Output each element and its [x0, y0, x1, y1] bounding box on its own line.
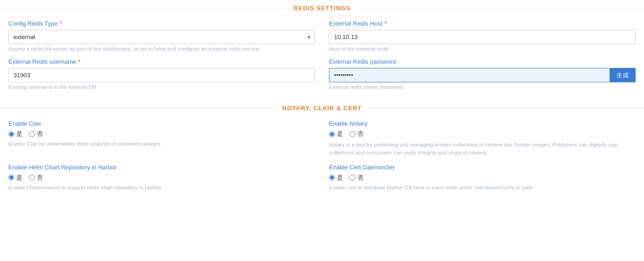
- enable-clair-yes-label[interactable]: 是: [8, 130, 22, 138]
- divider-line-right: [359, 8, 644, 8]
- external-redis-username-hint: Existing username in the external DB: [8, 84, 315, 90]
- enable-helm-chart-no-label[interactable]: 否: [29, 174, 43, 182]
- config-redis-type-select-wrapper[interactable]: external internal ▾: [8, 30, 315, 44]
- enable-notary-label: Enable Notary: [329, 120, 636, 127]
- notary-section-title: NOTARY, CLAIR & CERT: [274, 105, 370, 112]
- required-marker: *: [384, 20, 387, 27]
- external-redis-password-group: External Redis password 生成 External redi…: [329, 58, 636, 90]
- enable-helm-chart-no-radio[interactable]: [29, 174, 35, 181]
- redis-section-title: REDIS SETTINGS: [285, 5, 359, 12]
- enable-clair-hint: Enable Clair for vulnerability static an…: [8, 141, 315, 147]
- external-redis-password-label: External Redis password: [329, 58, 636, 65]
- enable-helm-chart-radio-group: 是 否: [8, 174, 315, 182]
- enable-clair-group: Enable Clair 是 否 Enable Clair for vulner…: [8, 120, 315, 157]
- required-marker: *: [78, 58, 80, 65]
- password-row: 生成: [329, 68, 636, 82]
- enable-cert-daemonset-yes-label[interactable]: 是: [329, 174, 343, 182]
- enable-cert-daemonset-no-radio[interactable]: [349, 174, 356, 181]
- redis-fields-grid: Config Redis Type * external internal ▾ …: [0, 20, 644, 96]
- enable-cert-daemonset-radio-group: 是 否: [329, 174, 636, 182]
- enable-cert-daemonset-hint: Enable cert to distribute Harbor CA cert…: [329, 185, 636, 190]
- enable-cert-daemonset-no-label[interactable]: 否: [349, 174, 363, 182]
- enable-helm-chart-group: Enable Helm Chart Repository in Harbor 是…: [8, 164, 315, 190]
- enable-notary-no-radio[interactable]: [349, 131, 356, 137]
- enable-cert-daemonset-group: Enable Cert DaemonSet 是 否 Enable cert to…: [329, 164, 636, 190]
- config-redis-type-hint: Deploy a redis-HA server as part of this…: [8, 46, 315, 52]
- external-redis-password-input[interactable]: [329, 68, 610, 82]
- external-redis-host-input[interactable]: [329, 30, 636, 44]
- enable-helm-chart-label: Enable Helm Chart Repository in Harbor: [8, 164, 315, 171]
- divider-line-left: [0, 108, 274, 108]
- external-redis-username-label: External Redis username *: [8, 58, 315, 65]
- divider-line-right: [370, 108, 644, 108]
- enable-helm-chart-yes-radio[interactable]: [8, 174, 14, 181]
- external-redis-username-input[interactable]: [8, 68, 315, 82]
- enable-helm-chart-yes-label[interactable]: 是: [8, 174, 22, 182]
- enable-notary-yes-radio[interactable]: [329, 131, 335, 137]
- enable-cert-daemonset-label: Enable Cert DaemonSet: [329, 164, 636, 171]
- enable-notary-no-label[interactable]: 否: [349, 130, 363, 138]
- external-redis-host-group: External Reids Host * Host of the extern…: [329, 20, 636, 52]
- external-redis-password-hint: External redis server password: [329, 84, 636, 90]
- generate-password-button[interactable]: 生成: [610, 68, 636, 82]
- page-container: REDIS SETTINGS Config Redis Type * exter…: [0, 5, 644, 261]
- config-redis-type-select[interactable]: external internal: [8, 30, 315, 44]
- external-redis-host-hint: Host of the external redis: [329, 46, 636, 52]
- external-redis-host-label: External Reids Host *: [329, 20, 636, 27]
- enable-notary-yes-label[interactable]: 是: [329, 130, 343, 138]
- notary-fields-grid: Enable Clair 是 否 Enable Clair for vulner…: [0, 120, 644, 197]
- enable-helm-chart-hint: Enable Chartmuseum to support Helm chart…: [8, 185, 315, 190]
- enable-clair-yes-radio[interactable]: [8, 131, 14, 137]
- enable-cert-daemonset-yes-radio[interactable]: [329, 174, 335, 181]
- config-redis-type-label: Config Redis Type *: [8, 20, 315, 27]
- external-redis-username-group: External Redis username * Existing usern…: [8, 58, 315, 90]
- enable-clair-no-radio[interactable]: [29, 131, 35, 137]
- required-marker: *: [60, 20, 62, 27]
- notary-section-divider: NOTARY, CLAIR & CERT: [0, 105, 644, 112]
- enable-notary-hint: Notary is a tool for publishing and mana…: [329, 141, 636, 157]
- redis-section-divider: REDIS SETTINGS: [0, 5, 644, 12]
- enable-clair-label: Enable Clair: [8, 120, 315, 127]
- enable-notary-group: Enable Notary 是 否 Notary is a tool for p…: [329, 120, 636, 157]
- divider-line-left: [0, 8, 285, 8]
- enable-notary-radio-group: 是 否: [329, 130, 636, 138]
- config-redis-type-group: Config Redis Type * external internal ▾ …: [8, 20, 315, 52]
- enable-clair-radio-group: 是 否: [8, 130, 315, 138]
- enable-clair-no-label[interactable]: 否: [29, 130, 43, 138]
